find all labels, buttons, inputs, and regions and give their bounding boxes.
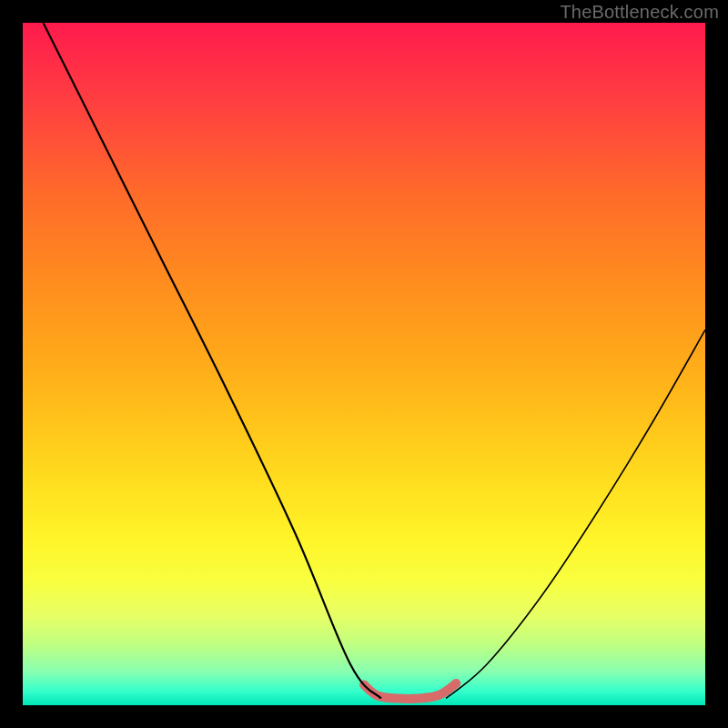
curve-layer — [23, 23, 705, 705]
left-curve — [44, 23, 381, 699]
chart-frame: TheBottleneck.com — [0, 0, 728, 728]
watermark-text: TheBottleneck.com — [560, 2, 719, 23]
plot-area — [23, 23, 705, 705]
right-curve — [446, 330, 705, 699]
